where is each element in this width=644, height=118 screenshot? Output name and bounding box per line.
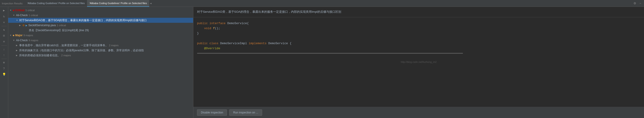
tab-2-label: 'Alibaba Coding Guidelines' Profile on S… [89, 2, 147, 4]
run-icon[interactable]: ▶ [1, 8, 7, 13]
tree-label: Ali-Check [16, 39, 28, 42]
tree-row[interactable]: Ali-Check 9 majors [8, 38, 193, 43]
filter-icon[interactable]: ⇅ [1, 27, 7, 33]
tree-row[interactable]: ■ Major 9 majors [8, 33, 193, 38]
tree-count: 9 majors [24, 34, 33, 37]
tab-arrow-icon[interactable]: ◀ [150, 2, 152, 5]
tree-row[interactable]: 事务场景中，抛出异常被catch后，如果需要回滚，一定要手动回滚事务。 2 ma… [8, 43, 193, 48]
code-line: public class DemoServiceImpl implements … [197, 41, 640, 46]
tree-label: Ali-Check [16, 14, 28, 17]
tab-bar-actions: ⚙ − [632, 1, 642, 5]
code-line: void f(); [197, 26, 640, 31]
sidebar-divider-2 [1, 45, 7, 46]
up-icon[interactable]: ↑ [1, 52, 7, 58]
run-inspection-button[interactable]: Run inspection on ... [229, 109, 262, 116]
tree-count: 2 majors [109, 44, 118, 47]
tree-label: 对于Service和DAO类，基于SOA的理念，暴露出来的服务一定是接口，内部的… [19, 18, 147, 22]
action-bar: Disable inspection Run inspection on ... [193, 107, 644, 118]
description-text: 对于Service和DAO类，基于SOA的理念，暴露出来的服务一定是接口，内部的… [193, 7, 644, 17]
tree-count: 9 majors [28, 39, 38, 42]
critical-square-icon: ■ [13, 9, 14, 12]
tab-2[interactable]: 'Alibaba Coding Guidelines' Profile on S… [87, 0, 149, 7]
gear-button[interactable]: ⚙ [632, 1, 637, 5]
main-area: ▶ ↻ ✕ ⇅ ⊟ ≡ ↓ ↑ ⊕ ? 💡 ■ Critical 1 criti… [0, 7, 644, 118]
code-line: @Override [197, 46, 640, 51]
description-panel: 对于Service和DAO类，基于SOA的理念，暴露出来的服务一定是接口，内部的… [193, 7, 644, 118]
help-icon[interactable]: ? [1, 66, 7, 71]
tree-row[interactable]: 所有的类都必须添加创建者信息。 2 majors [8, 53, 193, 58]
tab-1-label: 'Alibaba Coding Guidelines' Profile on S… [27, 2, 85, 4]
tree-arrow-icon [13, 39, 16, 42]
tree-row[interactable]: 对于Service和DAO类，基于SOA的理念，暴露出来的服务一定是接口，内部的… [8, 18, 193, 23]
tree-label: 类名【SeckillServiceImpl】应以Impl结尾 (line 29) [29, 28, 89, 32]
export-icon[interactable]: ↓ [1, 47, 7, 52]
tab-1[interactable]: 'Alibaba Coding Guidelines' Profile on S… [25, 0, 87, 7]
tree-row[interactable]: ⚙ ▶ SeckillServiceImp.java 1 critical [8, 23, 193, 28]
inspection-results-label: Inspection Results: [2, 2, 23, 5]
tree-arrow-icon [16, 19, 19, 21]
rerun-icon[interactable]: ↻ [1, 14, 7, 19]
scrollbar-hint [197, 53, 640, 54]
close-icon[interactable]: ✕ [1, 20, 7, 25]
watermark: http://blog.csdn.net/fuzhong_m2 [401, 60, 437, 64]
expand-icon[interactable]: ⊕ [1, 60, 7, 65]
left-sidebar: ▶ ↻ ✕ ⇅ ⊟ ≡ ↓ ↑ ⊕ ? 💡 [0, 7, 8, 118]
description-content: 对于Service和DAO类，基于SOA的理念，暴露出来的服务一定是接口，内部的… [197, 10, 341, 13]
tree-count: 1 critical [25, 9, 34, 12]
code-line: } [197, 31, 640, 36]
tree-label: Major [15, 34, 22, 37]
file-icon: ⚙ [22, 24, 25, 27]
tree-label: SeckillServiceImp.java [28, 24, 56, 27]
tree-arrow-icon [16, 54, 19, 57]
tree-count: 1 critical [28, 14, 38, 17]
tree-count: 1 critical [57, 24, 66, 27]
tree-arrow-icon [16, 49, 19, 52]
code-line [197, 36, 640, 41]
sort-icon[interactable]: ≡ [1, 39, 7, 44]
tab-bar: Inspection Results: 'Alibaba Coding Guid… [0, 0, 644, 7]
tree-arrow-icon [10, 9, 13, 11]
tree-count: 2 majors [61, 54, 71, 57]
lightbulb-icon[interactable]: 💡 [1, 72, 7, 77]
tree-label: 所有的类都必须添加创建者信息。 [19, 54, 60, 58]
major-square-icon: ■ [13, 34, 14, 37]
disable-inspection-button[interactable]: Disable inspection [197, 109, 227, 116]
tree-arrow-icon [13, 14, 16, 16]
tree-row[interactable]: 所有的抽象方法（包括接口中的方法）必须用javadoc注释、除了返回值、参数、异… [8, 48, 193, 53]
filter2-icon[interactable]: ⊟ [1, 33, 7, 39]
tree-panel: ■ Critical 1 critical Ali-Check 1 critic… [8, 7, 193, 118]
tree-label: Critical [15, 9, 25, 12]
check-icon: ▶ [26, 24, 28, 27]
tree-row[interactable]: Ali-Check 1 critical [8, 13, 193, 18]
tree-content: ■ Critical 1 critical Ali-Check 1 critic… [8, 7, 193, 118]
code-panel: http://blog.csdn.net/fuzhong_m2 public i… [193, 17, 644, 107]
tree-label: 事务场景中，抛出异常被catch后，如果需要回滚，一定要手动回滚事务。 [19, 44, 108, 47]
tree-arrow-icon [19, 24, 22, 26]
minimize-button[interactable]: − [638, 1, 642, 5]
sidebar-divider-1 [1, 26, 7, 26]
tree-arrow-icon [10, 34, 13, 36]
tree-row[interactable]: 类名【SeckillServiceImpl】应以Impl结尾 (line 29) [8, 28, 193, 33]
tree-arrow-icon [16, 44, 19, 47]
code-line: public interface DemoService{ [197, 21, 640, 26]
tree-label: 所有的抽象方法（包括接口中的方法）必须用javadoc注释、除了返回值、参数、异… [19, 49, 144, 52]
sidebar-divider-3 [1, 59, 7, 59]
tree-row[interactable]: ■ Critical 1 critical [8, 8, 193, 13]
